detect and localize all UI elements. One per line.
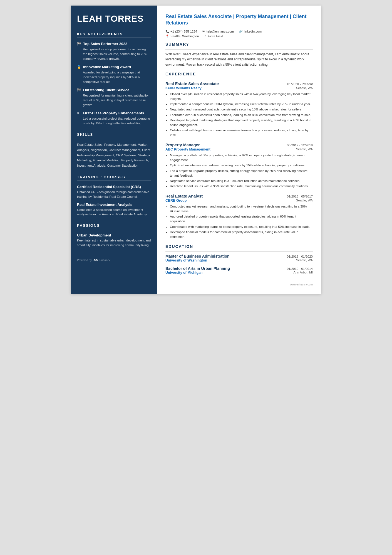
skills-text: Real Estate Sales, Property Management, … (77, 142, 151, 169)
exp-company-row: ABC Property Management Seattle, WA (165, 147, 313, 151)
education-list: Master of Business Administration 01/201… (165, 254, 313, 275)
achievement-title: 🏁 Top Sales Performer 2022 (77, 42, 151, 46)
achievement-icon: 🏁 (77, 42, 81, 46)
exp-header: Real Estate Analyst 01/2015 - 05/2017 (165, 194, 313, 198)
experience-block: Real Estate Analyst 01/2015 - 05/2017 CB… (165, 194, 313, 240)
edu-header: Master of Business Administration 01/201… (165, 254, 313, 258)
edu-location: Ann Arbor, MI (293, 271, 313, 275)
exp-bullets: Managed a portfolio of 30+ properties, a… (165, 153, 313, 189)
email-contact: ✉ help@enhancv.com (202, 30, 234, 33)
passions-section-title: PASSIONS (77, 223, 151, 229)
bullet-item: Negotiated and managed contracts, consis… (170, 107, 313, 112)
phone-icon: 📞 (165, 30, 169, 33)
experience-section-title: EXPERIENCE (165, 72, 313, 76)
exp-company-row: Keller Williams Realty Seattle, WA (165, 86, 313, 90)
achievement-title: 🏅 Innovative Marketing Award (77, 65, 151, 69)
bullet-item: Coordinated with marketing teams to boos… (170, 225, 313, 229)
exp-location: Seattle, WA (296, 147, 313, 151)
location-value: Seattle, Washington (170, 34, 199, 38)
achievement-icon: 🏅 (77, 65, 81, 69)
exp-company: Keller Williams Realty (165, 86, 202, 90)
achievement-title-text: Innovative Marketing Award (83, 65, 131, 69)
bullet-item: Optimized maintenance schedules, reducin… (170, 163, 313, 168)
linkedin-value: linkedin.com (244, 30, 262, 33)
bullet-item: Collaborated with legal teams to ensure … (170, 128, 313, 138)
exp-company-row: CBRE Group Seattle, WA (165, 199, 313, 203)
achievement-item: ♥ First-Class Property Enhancements Led … (77, 111, 151, 125)
exp-dates: 01/2020 - Present (287, 82, 313, 86)
exp-job-title: Real Estate Analyst (165, 194, 203, 198)
course-item: Certified Residential Specialist (CRS) O… (77, 185, 151, 199)
star-icon: ☆ (204, 34, 207, 38)
exp-job-title: Property Manager (165, 143, 200, 147)
education-divider (165, 251, 313, 252)
passions-list: Urban Development Keen interest in susta… (77, 233, 151, 247)
achievement-icon: ♥ (77, 111, 81, 115)
achievement-desc: Recognized for maintaining a client sati… (77, 93, 151, 107)
achievement-title: 🏁 Outstanding Client Service (77, 88, 151, 92)
exp-header: Real Estate Sales Associate 01/2020 - Pr… (165, 82, 313, 86)
extra-contact: ☆ Extra Field (204, 34, 223, 38)
bullet-item: Developed targeted marketing strategies … (170, 118, 313, 128)
achievement-title-text: First-Class Property Enhancements (83, 111, 144, 115)
summary-section-title: SUMMARY (165, 42, 313, 46)
experience-block: Real Estate Sales Associate 01/2020 - Pr… (165, 82, 313, 138)
edu-header: Bachelor of Arts in Urban Planning 01/20… (165, 266, 313, 271)
exp-company: ABC Property Management (165, 147, 210, 151)
experience-block: Property Manager 06/2017 - 12/2019 ABC P… (165, 143, 313, 189)
courses-list: Certified Residential Specialist (CRS) O… (77, 185, 151, 217)
achievement-desc: Awarded for developing a campaign that i… (77, 70, 151, 84)
exp-company: CBRE Group (165, 199, 187, 203)
footer: www.enhancv.com (165, 283, 313, 286)
achievements-section-title: KEY ACHIEVEMENTS (77, 32, 151, 38)
achievement-desc: Recognized as a top performer for achiev… (77, 47, 151, 61)
passion-title: Urban Development (77, 233, 151, 237)
bullet-item: Closed over $15 million in residential p… (170, 92, 313, 102)
bullet-item: Resolved tenant issues with a 95% satisf… (170, 184, 313, 189)
achievement-item: 🏅 Innovative Marketing Award Awarded for… (77, 65, 151, 84)
bullet-item: Authored detailed property reports that … (170, 214, 313, 224)
achievement-item: 🏁 Top Sales Performer 2022 Recognized as… (77, 42, 151, 61)
bullet-item: Led a project to upgrade property utilit… (170, 169, 313, 178)
course-title: Certified Residential Specialist (CRS) (77, 185, 151, 189)
edu-school-row: University of Washington Seattle, WA (165, 258, 313, 262)
resume-container: LEAH TORRES KEY ACHIEVEMENTS 🏁 Top Sales… (71, 6, 321, 294)
powered-by-label: Powered by (77, 259, 92, 262)
candidate-name: LEAH TORRES (77, 14, 151, 24)
achievement-icon: 🏁 (77, 88, 81, 92)
bullet-item: Conducted market research and analysis, … (170, 204, 313, 214)
education-block: Master of Business Administration 01/201… (165, 254, 313, 262)
course-desc: Obtained CRS designation through compreh… (77, 190, 151, 199)
edu-location: Seattle, WA (296, 258, 313, 262)
phone-value: +1-(234)-555-1234 (170, 30, 197, 33)
achievement-desc: Led a successful project that reduced op… (77, 116, 151, 125)
email-value: help@enhancv.com (206, 30, 234, 33)
phone-contact: 📞 +1-(234)-555-1234 (165, 30, 197, 33)
enhancv-logo-icon (93, 258, 98, 262)
main-content: Real Estate Sales Associate | Property M… (157, 6, 321, 294)
training-section-title: TRAINING / COURSES (77, 175, 151, 181)
bullet-item: Developed financial models for commercia… (170, 230, 313, 240)
bullet-item: Implemented a comprehensive CRM system, … (170, 102, 313, 107)
bullet-item: Facilitated over 50 successful open hous… (170, 113, 313, 117)
course-title: Real Estate Investment Analysis (77, 203, 151, 207)
location-contact: 📍 Seattle, Washington (165, 34, 199, 38)
experience-list: Real Estate Sales Associate 01/2020 - Pr… (165, 82, 313, 240)
skills-section-title: SKILLS (77, 132, 151, 138)
powered-by: Powered by Enhancv (77, 258, 151, 262)
achievement-title: ♥ First-Class Property Enhancements (77, 111, 151, 115)
powered-company-label: Enhancv (100, 259, 110, 262)
edu-dates: 01/2018 - 01/2020 (287, 255, 313, 258)
exp-location: Seattle, WA (296, 199, 313, 203)
summary-divider (165, 49, 313, 50)
edu-dates: 01/2010 - 01/2014 (287, 267, 313, 270)
achievements-list: 🏁 Top Sales Performer 2022 Recognized as… (77, 42, 151, 125)
edu-school-row: University of Michigan Ann Arbor, MI (165, 271, 313, 275)
passion-desc: Keen interest in sustainable urban devel… (77, 238, 151, 247)
edu-degree: Bachelor of Arts in Urban Planning (165, 266, 230, 271)
achievement-item: 🏁 Outstanding Client Service Recognized … (77, 88, 151, 107)
sidebar: LEAH TORRES KEY ACHIEVEMENTS 🏁 Top Sales… (71, 6, 157, 294)
main-title: Real Estate Sales Associate | Property M… (165, 13, 313, 26)
edu-school: University of Washington (165, 258, 207, 262)
linkedin-icon: 🔗 (239, 30, 243, 33)
